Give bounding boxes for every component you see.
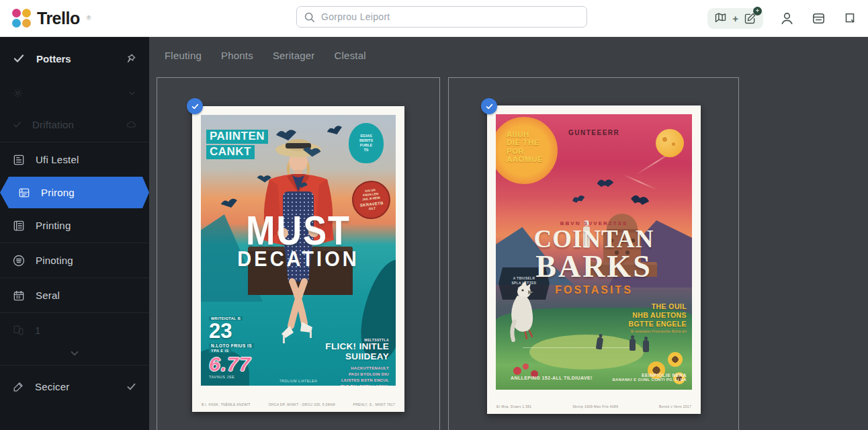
tab-fleuting[interactable]: Fleuting — [165, 50, 202, 61]
poster-text: EEINPIOLIE NERA — [612, 373, 687, 378]
list-icon — [12, 219, 26, 232]
sunflower-shape — [668, 352, 683, 367]
balloon-shape: EGIAS BERITS FUBLE TS — [349, 123, 384, 163]
main-content: Fleuting Phonts Seritager Clestal — [149, 37, 868, 430]
poster1-captions: B.I. KNSK, TNÈMLE ANZWIT OHCA DP. WINKT … — [202, 402, 395, 406]
document-icon — [12, 153, 26, 167]
person-silhouette — [630, 339, 636, 351]
poster-text: TAVNUS JSE — [209, 375, 254, 379]
sidebar-item-label: Secicer — [35, 381, 116, 392]
sidebar-item-driftation[interactable]: Driftation — [0, 109, 149, 140]
flower-shape — [523, 363, 529, 370]
search-bar[interactable] — [296, 6, 587, 28]
check-icon — [12, 52, 26, 65]
divider — [0, 142, 149, 142]
field-shape — [529, 335, 644, 370]
bat-icon — [570, 192, 587, 205]
poster-title-line: MUST — [246, 211, 351, 251]
bat-icon — [595, 176, 615, 188]
poster-title-line: DECATION — [201, 247, 396, 272]
pin-icon[interactable] — [124, 52, 137, 65]
sidebar-item-printing[interactable]: Printing — [0, 210, 149, 241]
printer-tray-icon — [17, 186, 31, 200]
search-icon — [304, 11, 315, 23]
moon-shape — [656, 129, 684, 157]
poster-title-line: BARKS — [496, 251, 692, 282]
sidebar-item-label: Driftation — [32, 119, 116, 130]
bat-icon — [627, 190, 652, 208]
sidebar-item-pinoting[interactable]: Pinoting — [0, 245, 149, 276]
sidebar-item-label: Prirong — [41, 187, 137, 198]
notification-badge: + — [753, 7, 762, 15]
bird-icon — [255, 171, 273, 184]
search-input[interactable] — [321, 11, 580, 22]
poster-text: AAOMUE — [507, 155, 543, 163]
poster2-bottomright-text: EEINPIOLIE NERA BANANIU E GUNL CONTI PG,… — [612, 373, 687, 382]
trello-logo-icon — [12, 9, 31, 28]
caption-text: OHCA DP. WINKT - DRCU 205, 5.58AM — [269, 402, 335, 406]
trademark-mark: ® — [87, 15, 91, 22]
sidebar-item-secicer[interactable]: Secicer — [0, 371, 149, 402]
poster-text: YPA E IS — [209, 349, 231, 353]
calendar-icon — [12, 289, 26, 302]
chevron-down-icon — [127, 88, 137, 98]
sidebar-item-muted-settings[interactable] — [0, 77, 149, 109]
sidebar-item-seral[interactable]: Seral — [0, 280, 149, 311]
bird-icon — [275, 127, 298, 142]
poster-text: BERITS — [359, 138, 373, 143]
poster-text: N.LOTO FRIUS IS — [209, 343, 254, 348]
poster-text: AIIUH — [507, 130, 543, 138]
poster-text: Br amaratten Frmcranche Bchrá din — [629, 330, 687, 333]
cockatoo-illustration — [501, 281, 546, 343]
profile-icon[interactable] — [779, 11, 795, 26]
caption-text: PRENLY, S., MNNT 7617 — [353, 402, 395, 406]
archive-icon[interactable] — [811, 11, 826, 26]
selected-check-badge[interactable] — [481, 98, 497, 114]
poster-card-1[interactable]: PAIINTEN CANKT EGIAS BERITS FUBLE TS DAI… — [157, 77, 440, 430]
chevron-down-icon — [69, 347, 81, 359]
poster-text: DIE THE — [507, 138, 543, 146]
fence-line — [523, 347, 636, 349]
poster-text: 7RDLIUM LIATELEN — [201, 379, 396, 383]
sidebar-expand-chevron[interactable] — [0, 346, 149, 363]
selected-check-badge[interactable] — [187, 98, 203, 114]
poster-text: BANANIU E GUNL CONTI PG, LI BA — [612, 378, 687, 382]
sidebar-item-one[interactable]: 1 — [0, 314, 149, 346]
poster-text: ANLLEPING 152-ALL TILDIUAVE! — [511, 376, 593, 380]
sidebar-item-label: Printing — [36, 220, 137, 231]
poster-text: GUNTEEERR — [568, 129, 619, 136]
bookmark-icon[interactable] — [842, 11, 857, 26]
check-icon — [191, 102, 200, 111]
trello-logo[interactable]: Trello ® — [12, 9, 91, 28]
caption-text: B.I. KNSK, TNÈMLE ANZWIT — [202, 402, 251, 406]
sidebar-item-label: Seral — [36, 290, 137, 301]
check-icon — [485, 102, 494, 111]
bird-icon — [219, 196, 239, 210]
flower-shape — [513, 367, 521, 375]
poster-text: FLICK! INITLE — [325, 342, 389, 352]
poster-title-line: COINTAN — [496, 226, 692, 251]
tab-clestal[interactable]: Clestal — [335, 50, 366, 61]
content-tabs: Fleuting Phonts Seritager Clestal — [165, 50, 366, 61]
sidebar-item-prirong-selected[interactable]: Prirong — [0, 177, 149, 208]
poster-text: FUBLE — [360, 143, 372, 148]
poster1-artwork: PAIINTEN CANKT EGIAS BERITS FUBLE TS DAI… — [201, 115, 396, 386]
create-board-group[interactable]: + + — [707, 8, 763, 29]
poster1-date-price: WRITEIGTAL B 23 N.LOTO FRIUS IS YPA E IS… — [209, 316, 254, 379]
tab-seritager[interactable]: Seritager — [273, 50, 315, 61]
poster-image-2: AIIUH DIE THE POR AAOMUE GUNTEEERR — [487, 105, 701, 414]
poster-text: BGTTE ENGELE — [629, 320, 687, 329]
poster-text: THE OUIL — [629, 302, 687, 311]
person-silhouette — [643, 340, 649, 352]
tab-phonts[interactable]: Phonts — [221, 50, 253, 61]
divider — [0, 277, 149, 278]
sidebar-item-ufi-lestel[interactable]: Ufi Lestel — [0, 144, 149, 175]
divider — [0, 243, 149, 243]
poster-card-2[interactable]: AIIUH DIE THE POR AAOMUE GUNTEEERR — [448, 77, 739, 430]
check-small-icon — [12, 120, 22, 130]
poster2-captions: Er Mva, Dvaev 1,581 Sbnnp 1609-Mas Frle … — [496, 404, 691, 408]
pen-icon — [12, 380, 25, 393]
cloud-icon — [126, 119, 137, 130]
poster2-yellow-text: THE OUIL NHB AUETONS BGTTE ENGELE Br ama… — [629, 302, 687, 333]
board-title: Potters — [36, 53, 114, 64]
